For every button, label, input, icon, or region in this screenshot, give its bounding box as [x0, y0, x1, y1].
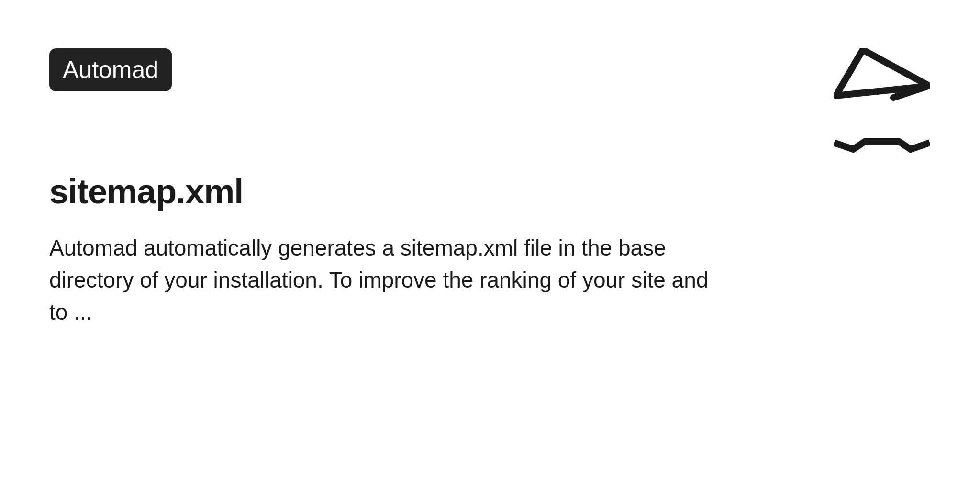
brand-badge-label: Automad — [63, 56, 158, 83]
brand-badge: Automad — [49, 48, 172, 91]
page-description: Automad automatically generates a sitema… — [49, 232, 719, 328]
automad-logo-icon — [834, 48, 930, 163]
page-title: sitemap.xml — [49, 172, 243, 211]
